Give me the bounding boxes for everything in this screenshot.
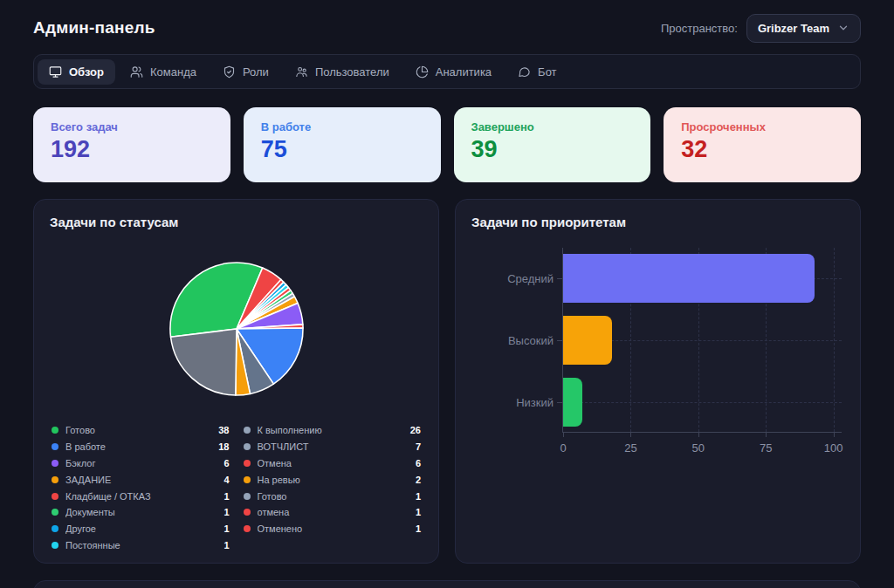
legend-value: 1: [224, 491, 229, 502]
legend-value: 2: [416, 475, 421, 485]
pie-legend: Готово38В работе18Бэклог6ЗАДАНИЕ4Кладбищ…: [50, 422, 423, 553]
legend-item[interactable]: Другое1: [52, 521, 230, 537]
legend-item[interactable]: На ревью2: [244, 471, 422, 488]
legend-item[interactable]: К выполнению26: [244, 422, 422, 439]
legend-label: В работе: [65, 441, 211, 452]
legend-dot: [52, 493, 58, 500]
legend-value: 6: [224, 458, 229, 468]
bar-Высокий[interactable]: [563, 316, 612, 365]
legend-dot: [52, 509, 58, 516]
legend-item[interactable]: ВОТЧЛИСТ7: [244, 439, 422, 455]
legend-dot: [244, 476, 251, 483]
legend-value: 38: [218, 425, 229, 435]
legend-label: отмена: [258, 507, 409, 517]
stat-label: Всего задач: [51, 120, 213, 133]
y-axis-label: Высокий: [508, 334, 554, 347]
pie-chart-icon: [416, 65, 429, 79]
legend-label: Бэклог: [65, 458, 217, 468]
legend-item[interactable]: Бэклог6: [52, 455, 230, 472]
legend-value: 1: [416, 507, 421, 517]
legend-column-left: Готово38В работе18Бэклог6ЗАДАНИЕ4Кладбищ…: [52, 422, 230, 553]
tab-analytics[interactable]: Аналитика: [404, 59, 503, 85]
legend-label: Документы: [65, 507, 217, 517]
legend-item[interactable]: Постоянные1: [52, 537, 230, 554]
legend-item[interactable]: Документы1: [52, 504, 230, 521]
bar-chart: СреднийВысокийНизкий 0255075100: [471, 248, 844, 466]
bar-Средний[interactable]: [563, 254, 815, 303]
legend-column-right: К выполнению26ВОТЧЛИСТ7Отмена6На ревью2Г…: [244, 422, 422, 553]
charts-row: Задачи по статусам Готово38В работе18Бэк…: [33, 199, 861, 564]
chat-icon: [518, 65, 531, 79]
chart-title: Задачи по приоритетам: [471, 215, 844, 229]
legend-item[interactable]: ЗАДАНИЕ4: [52, 471, 230, 488]
shield-check-icon: [223, 65, 236, 79]
stat-card: Просроченных 32: [664, 107, 861, 182]
x-tick-mark: [834, 433, 835, 437]
legend-label: Готово: [258, 491, 409, 502]
legend-label: Постоянные: [65, 540, 217, 550]
legend-value: 7: [416, 441, 421, 452]
legend-dot: [244, 493, 251, 500]
legend-item[interactable]: В работе18: [52, 439, 230, 455]
legend-label: На ревью: [258, 475, 409, 485]
legend-value: 1: [416, 491, 421, 502]
stat-value: 75: [261, 137, 423, 163]
stat-label: Просроченных: [681, 120, 843, 133]
legend-value: 1: [224, 507, 229, 517]
legend-dot: [244, 509, 251, 516]
legend-value: 1: [224, 523, 229, 534]
pie-slice[interactable]: [170, 329, 236, 395]
x-tick-mark: [630, 433, 631, 437]
x-tick-label: 100: [824, 441, 843, 455]
stat-card: В работе 75: [244, 107, 441, 182]
legend-value: 1: [416, 523, 421, 534]
space-label: Пространство:: [661, 22, 738, 35]
tab-users[interactable]: Пользователи: [284, 59, 401, 85]
space-select-button[interactable]: Gribzer Team: [746, 14, 861, 43]
legend-item[interactable]: Кладбище / ОТКАЗ1: [52, 488, 230, 504]
stat-cards-row: Всего задач 192 В работе 75 Завершено 39…: [33, 107, 861, 182]
x-tick-mark: [766, 433, 767, 437]
legend-item[interactable]: Готово38: [52, 422, 230, 439]
bar-Низкий[interactable]: [563, 378, 582, 427]
tab-label: Команда: [150, 66, 196, 78]
space-selector: Пространство: Gribzer Team: [661, 14, 861, 43]
tab-team[interactable]: Команда: [119, 59, 208, 85]
legend-dot: [52, 460, 58, 467]
legend-value: 26: [410, 425, 421, 435]
tab-bot[interactable]: Бот: [506, 59, 567, 85]
legend-dot: [244, 427, 251, 434]
x-tick-mark: [698, 433, 699, 437]
x-tick-label: 25: [624, 441, 636, 455]
bar-y-axis-labels: СреднийВысокийНизкий: [471, 248, 554, 433]
legend-item[interactable]: отмена1: [244, 504, 422, 521]
page-title: Админ-панель: [33, 18, 155, 38]
legend-item[interactable]: Отменено1: [244, 521, 422, 537]
admin-panel-page: Админ-панель Пространство: Gribzer Team …: [0, 0, 894, 588]
tab-label: Роли: [243, 66, 269, 78]
stat-value: 192: [51, 137, 213, 163]
legend-dot: [52, 476, 58, 483]
stat-card: Всего задач 192: [33, 107, 230, 182]
bottom-card: [33, 580, 861, 588]
bar-plot-area: 0255075100: [562, 248, 842, 433]
legend-item[interactable]: Готово1: [244, 488, 422, 504]
y-tick-mark: [557, 402, 563, 403]
tab-roles[interactable]: Роли: [211, 59, 280, 85]
legend-label: Готово: [65, 425, 211, 435]
pie-chart: [50, 261, 423, 397]
legend-label: ВОТЧЛИСТ: [258, 441, 409, 452]
top-bar: Админ-панель Пространство: Gribzer Team: [33, 10, 861, 45]
legend-label: Отмена: [258, 458, 409, 468]
legend-dot: [52, 542, 58, 549]
nav-tabs: Обзор Команда Роли Пользователи Аналитик…: [33, 54, 861, 89]
legend-item[interactable]: Отмена6: [244, 455, 422, 472]
legend-label: Отменено: [258, 523, 409, 534]
tab-overview[interactable]: Обзор: [38, 59, 115, 85]
legend-value: 1: [224, 540, 229, 550]
legend-dot: [52, 427, 58, 434]
tab-label: Аналитика: [436, 66, 492, 78]
tab-label: Обзор: [69, 66, 104, 78]
legend-label: К выполнению: [258, 425, 403, 435]
pie-svg: [168, 261, 305, 397]
